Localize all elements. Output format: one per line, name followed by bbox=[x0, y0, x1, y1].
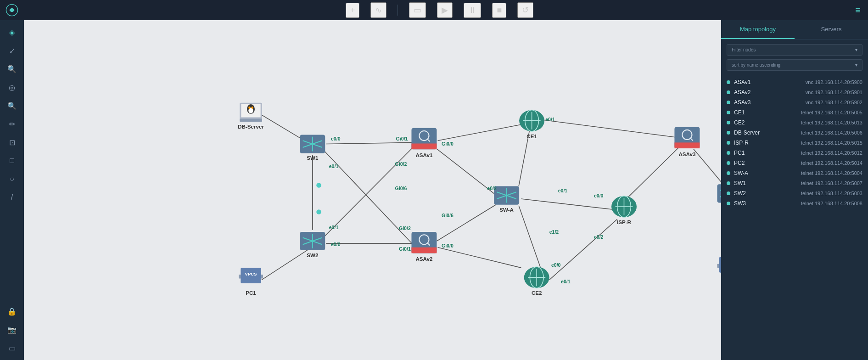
sort-chevron-icon: ▾ bbox=[855, 62, 857, 68]
menu-button[interactable]: ≡ bbox=[855, 5, 861, 15]
sidebar-camera[interactable]: 📷 bbox=[4, 321, 20, 338]
analytics-button[interactable]: ∿ bbox=[370, 2, 386, 18]
dot-sw1-mid bbox=[316, 183, 321, 188]
sidebar-lock[interactable]: 🔒 bbox=[4, 303, 20, 320]
node-list-item[interactable]: CE2 telnet 192.168.114.20:5013 bbox=[721, 118, 868, 128]
tab-map-topology[interactable]: Map topology bbox=[721, 20, 795, 39]
node-connection: telnet 192.168.114.20:5014 bbox=[770, 160, 862, 166]
label-ispr-e00: e0/0 bbox=[594, 193, 604, 198]
sidebar-terminal[interactable]: ▭ bbox=[4, 340, 20, 356]
label-swa-e01: e0/1 bbox=[558, 188, 568, 193]
sidebar-line[interactable]: / bbox=[4, 189, 20, 206]
label-sw2-e01: e0/1 bbox=[329, 225, 339, 230]
node-list: ASAv1 vnc 192.168.114.20:5900 ASAv2 vnc … bbox=[721, 75, 868, 360]
sort-select[interactable]: sort by name ascending ▾ bbox=[727, 59, 862, 71]
play-button[interactable]: ▶ bbox=[437, 2, 453, 18]
label-asav1-gi06: Gi0/6 bbox=[395, 186, 407, 191]
node-name: SW2 bbox=[734, 190, 766, 197]
tab-servers[interactable]: Servers bbox=[795, 20, 868, 39]
node-list-item[interactable]: ASAv1 vnc 192.168.114.20:5900 bbox=[721, 77, 868, 87]
node-connection: telnet 192.168.114.20:5006 bbox=[770, 130, 862, 135]
node-list-item[interactable]: ISP-R telnet 192.168.114.20:5015 bbox=[721, 138, 868, 148]
toolbar-right: ≡ bbox=[855, 5, 868, 16]
node-list-item[interactable]: PC1 telnet 192.168.114.20:5012 bbox=[721, 148, 868, 158]
pause-button[interactable]: ⏸ bbox=[464, 3, 481, 18]
svg-rect-21 bbox=[411, 144, 437, 150]
node-name: ISP-R bbox=[734, 140, 766, 146]
svg-rect-1 bbox=[133, 20, 759, 360]
svg-text:ISP-R: ISP-R bbox=[617, 219, 632, 225]
node-list-item[interactable]: CE1 telnet 192.168.114.20:5005 bbox=[721, 107, 868, 118]
label-sw2-e00: e0/0 bbox=[331, 242, 341, 247]
sidebar-zoom-out[interactable]: 🔍 bbox=[4, 97, 20, 114]
svg-text:PC1: PC1 bbox=[246, 290, 256, 296]
svg-text:DB-Server: DB-Server bbox=[238, 124, 264, 129]
panel-tabs: Map topology Servers bbox=[721, 20, 868, 39]
svg-text:ASAv3: ASAv3 bbox=[678, 151, 696, 157]
add-button[interactable]: + bbox=[346, 3, 360, 18]
node-list-item[interactable]: PC2 telnet 192.168.114.20:5014 bbox=[721, 158, 868, 168]
node-name: SW-A bbox=[734, 170, 766, 176]
node-list-item[interactable]: ASAv2 vnc 192.168.114.20:5901 bbox=[721, 87, 868, 97]
label-sw1-e01: e0/1 bbox=[329, 163, 339, 169]
node-connection: telnet 192.168.114.20:5007 bbox=[770, 180, 862, 186]
node-list-item[interactable]: DB-Server telnet 192.168.114.20:5006 bbox=[721, 128, 868, 138]
label-asav1-gi02: Gi0/2 bbox=[395, 161, 407, 167]
node-db-server[interactable]: DB-Server bbox=[238, 103, 264, 129]
reload-button[interactable]: ↺ bbox=[517, 2, 533, 18]
svg-text:ASAv2: ASAv2 bbox=[415, 256, 432, 262]
svg-point-8 bbox=[252, 107, 253, 109]
sidebar-target[interactable]: ◎ bbox=[4, 79, 20, 96]
sidebar-pointer[interactable]: ◈ bbox=[4, 24, 20, 40]
svg-rect-4 bbox=[240, 119, 262, 122]
node-status-dot bbox=[727, 171, 730, 175]
node-status-dot bbox=[727, 80, 730, 84]
node-status-dot bbox=[727, 131, 730, 135]
stop-button[interactable]: ■ bbox=[492, 3, 506, 18]
sidebar-rectangle[interactable]: □ bbox=[4, 152, 20, 169]
logo bbox=[0, 0, 24, 20]
node-connection: telnet 192.168.114.20:5005 bbox=[770, 110, 862, 115]
toolbar: + ∿ ▭ ▶ ⏸ ■ ↺ ≡ bbox=[0, 0, 868, 20]
node-status-dot bbox=[727, 202, 730, 205]
node-name: PC1 bbox=[734, 150, 766, 156]
sidebar-circle[interactable]: ○ bbox=[4, 171, 20, 187]
node-name: ASAv3 bbox=[734, 99, 766, 106]
node-status-dot bbox=[727, 151, 730, 155]
sidebar-layers[interactable]: ⊡ bbox=[4, 134, 20, 151]
filter-nodes-select[interactable]: Filter nodes ▾ bbox=[727, 44, 862, 56]
node-connection: vnc 192.168.114.20:5901 bbox=[770, 90, 862, 95]
label-ce1-e01: e0/1 bbox=[545, 117, 555, 122]
filter-chevron-icon: ▾ bbox=[855, 47, 857, 52]
svg-point-7 bbox=[248, 107, 250, 109]
node-status-dot bbox=[727, 111, 730, 114]
node-name: CE2 bbox=[734, 119, 766, 126]
sidebar-zoom-in[interactable]: 🔍 bbox=[4, 61, 20, 77]
node-status-dot bbox=[727, 90, 730, 94]
label-asav1-gi06b: Gi0/6 bbox=[442, 213, 454, 218]
node-list-item[interactable]: SW-A telnet 192.168.114.20:5004 bbox=[721, 168, 868, 178]
right-panel: Map topology Servers Filter nodes ▾ sort… bbox=[721, 20, 868, 360]
node-list-item[interactable]: SW2 telnet 192.168.114.20:5003 bbox=[721, 188, 868, 198]
sidebar-expand[interactable]: ⤢ bbox=[4, 42, 20, 59]
node-list-item[interactable]: SW1 telnet 192.168.114.20:5007 bbox=[721, 178, 868, 188]
svg-rect-26 bbox=[411, 248, 437, 253]
label-ce2-e00: e0/0 bbox=[551, 262, 561, 268]
label-sw1-e00: e0/0 bbox=[331, 136, 341, 141]
label-asav1-gi00: Gi0/0 bbox=[442, 141, 454, 146]
label-ispr-e02: e0/2 bbox=[594, 234, 604, 240]
node-name: SW1 bbox=[734, 180, 766, 186]
svg-text:CE1: CE1 bbox=[526, 133, 537, 139]
label-asav2-gi00: Gi0/0 bbox=[442, 243, 454, 248]
label-asav1-gi01: Gi0/1 bbox=[396, 136, 408, 141]
label-asav2-gi02: Gi0/2 bbox=[399, 225, 411, 231]
node-connection: telnet 192.168.114.20:5013 bbox=[770, 120, 862, 125]
sidebar-edit[interactable]: ✏ bbox=[4, 116, 20, 132]
node-list-item[interactable]: SW3 telnet 192.168.114.20:5008 bbox=[721, 198, 868, 208]
node-list-item[interactable]: ASAv3 vnc 192.168.114.20:5902 bbox=[721, 97, 868, 107]
svg-rect-51 bbox=[674, 142, 700, 148]
layout-button[interactable]: ▭ bbox=[409, 2, 426, 18]
svg-text:CE2: CE2 bbox=[532, 290, 542, 296]
svg-text:SW1: SW1 bbox=[307, 155, 319, 161]
node-connection: telnet 192.168.114.20:5008 bbox=[770, 201, 862, 206]
